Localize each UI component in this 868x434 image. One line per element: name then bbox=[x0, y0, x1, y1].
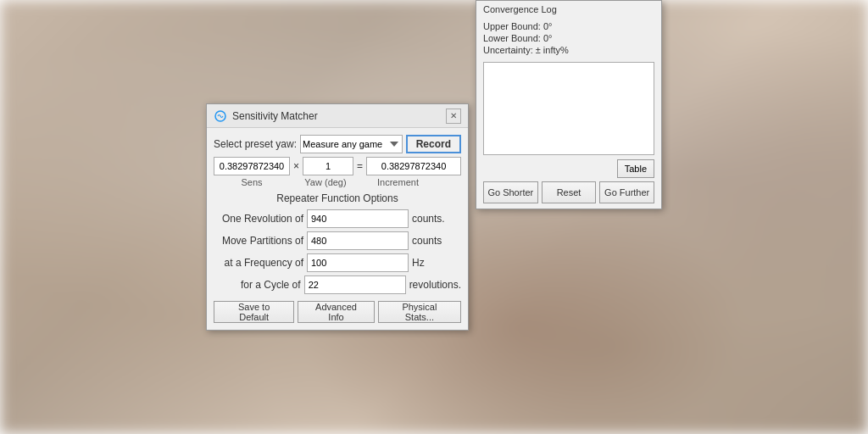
preset-label: Select preset yaw: bbox=[214, 138, 297, 150]
field-row-2: at a Frequency of Hz bbox=[214, 253, 461, 272]
dialogs-container: Sensitivity Matcher ✕ Select preset yaw:… bbox=[0, 0, 868, 434]
preset-dropdown[interactable]: Measure any game bbox=[300, 135, 403, 153]
go-further-button[interactable]: Go Further bbox=[599, 181, 654, 203]
window-title: Sensitivity Matcher bbox=[232, 110, 318, 122]
field-input-3[interactable] bbox=[304, 275, 406, 294]
col-increment-label: Increment bbox=[358, 177, 438, 187]
field-unit-0: counts. bbox=[412, 213, 445, 225]
multiply-op: × bbox=[292, 160, 301, 172]
sensitivity-matcher-window: Sensitivity Matcher ✕ Select preset yaw:… bbox=[206, 103, 469, 331]
field-input-0[interactable] bbox=[307, 209, 409, 228]
increment-input[interactable] bbox=[366, 157, 461, 175]
col-sens-label: Sens bbox=[214, 177, 290, 187]
log-textarea[interactable] bbox=[483, 62, 654, 155]
uncertainty: Uncertainty: ± infty% bbox=[483, 45, 654, 55]
convergence-log-window: Convergence Log Upper Bound: 0° Lower Bo… bbox=[476, 0, 662, 209]
field-label-3: for a Cycle of bbox=[214, 279, 304, 291]
field-unit-3: revolutions. bbox=[409, 279, 461, 291]
conv-title: Convergence Log bbox=[476, 1, 661, 16]
close-button[interactable]: ✕ bbox=[446, 108, 461, 124]
field-input-2[interactable] bbox=[307, 253, 409, 272]
title-left: Sensitivity Matcher bbox=[214, 109, 318, 123]
conv-buttons: Go Shorter Reset Go Further bbox=[483, 181, 654, 203]
sens-input[interactable] bbox=[214, 157, 290, 175]
field-label-2: at a Frequency of bbox=[214, 257, 307, 269]
sens-window-content: Select preset yaw: Measure any game Reco… bbox=[207, 128, 468, 330]
bottom-buttons: Save to Default Advanced Info Physical S… bbox=[214, 301, 461, 323]
section-title: Repeater Function Options bbox=[214, 192, 461, 204]
field-unit-1: counts bbox=[412, 235, 442, 247]
field-label-1: Move Partitions of bbox=[214, 235, 307, 247]
table-row: Table bbox=[483, 159, 654, 178]
field-input-1[interactable] bbox=[307, 231, 409, 250]
table-button[interactable]: Table bbox=[617, 159, 654, 178]
field-unit-2: Hz bbox=[412, 257, 425, 269]
save-default-button[interactable]: Save to Default bbox=[214, 301, 294, 323]
titlebar: Sensitivity Matcher ✕ bbox=[207, 104, 468, 128]
app-icon bbox=[214, 109, 227, 123]
record-button[interactable]: Record bbox=[406, 135, 461, 153]
go-shorter-button[interactable]: Go Shorter bbox=[483, 181, 538, 203]
reset-button[interactable]: Reset bbox=[542, 181, 597, 203]
col-yaw-label: Yaw (deg) bbox=[297, 177, 354, 187]
field-row-1: Move Partitions of counts bbox=[214, 231, 461, 250]
calc-row: × = bbox=[214, 157, 461, 175]
lower-bound: Lower Bound: 0° bbox=[483, 33, 654, 43]
column-labels: Sens Yaw (deg) Increment bbox=[214, 177, 461, 187]
advanced-info-button[interactable]: Advanced Info bbox=[298, 301, 375, 323]
equals-op: = bbox=[355, 160, 364, 172]
field-row-3: for a Cycle of revolutions. bbox=[214, 275, 461, 294]
field-row-0: One Revolution of counts. bbox=[214, 209, 461, 228]
yaw-input[interactable] bbox=[303, 157, 353, 175]
preset-row: Select preset yaw: Measure any game Reco… bbox=[214, 135, 461, 153]
conv-content: Upper Bound: 0° Lower Bound: 0° Uncertai… bbox=[476, 16, 661, 209]
physical-stats-button[interactable]: Physical Stats... bbox=[378, 301, 461, 323]
upper-bound: Upper Bound: 0° bbox=[483, 21, 654, 31]
field-label-0: One Revolution of bbox=[214, 213, 307, 225]
